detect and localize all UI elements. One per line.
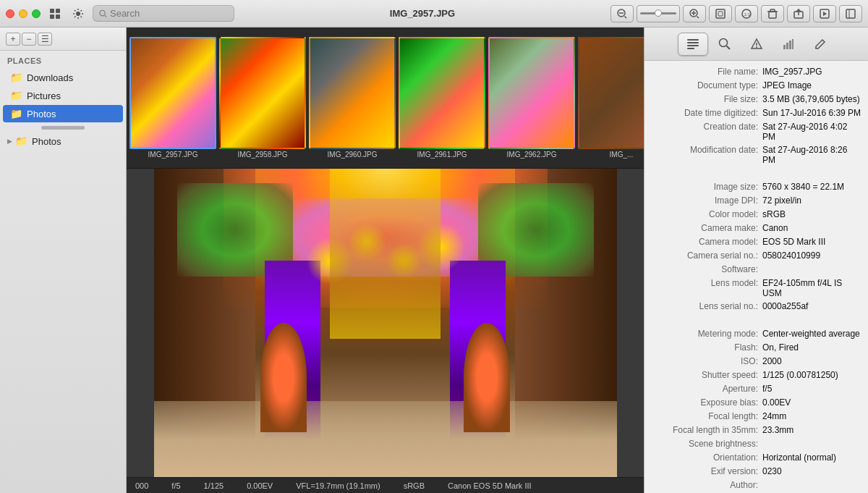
info-row-26: Orientation:Horizontal (normal) [644, 451, 868, 465]
svg-rect-25 [846, 9, 855, 18]
info-row-9: Color model:sRGB [644, 208, 868, 222]
histogram-button[interactable] [773, 33, 804, 56]
info-label-17: Metering mode: [650, 329, 762, 340]
adjust-view-button[interactable] [741, 33, 772, 56]
search-input[interactable] [110, 8, 228, 19]
svg-rect-15 [718, 12, 723, 16]
maximize-button[interactable] [32, 9, 41, 18]
info-label-16 [650, 315, 762, 326]
thumbnail-3[interactable]: IMG_2961.JPG [399, 37, 485, 159]
info-label-15: Lens serial no.: [650, 301, 762, 312]
titlebar: IMG_2957.JPG 1:1 [0, 0, 868, 28]
svg-rect-0 [50, 9, 54, 13]
folder-downloads-icon: 📁 [10, 72, 22, 83]
info-row-12: Camera serial no.:058024010999 [644, 249, 868, 263]
zoom-in-button[interactable] [683, 5, 706, 22]
thumbnail-0[interactable]: IMG_2957.JPG [129, 37, 216, 159]
info-value-3: Sun 17-Jul-2016 6:39 PM [762, 108, 862, 119]
svg-line-32 [726, 46, 730, 49]
svg-point-31 [719, 38, 727, 46]
status-vfl: VFL=19.7mm (19.1mm) [296, 481, 380, 490]
info-label-24: Focal length in 35mm: [650, 425, 762, 436]
info-value-24: 23.3mm [762, 425, 862, 436]
sidebar: + − ☰ Places 📁 Downloads 📁 Pictures 📁 Ph… [0, 28, 127, 493]
folder-pictures-icon: 📁 [10, 90, 22, 101]
svg-rect-27 [687, 39, 699, 41]
info-row-23: Focal length:24mm [644, 410, 868, 424]
info-row-13: Software: [644, 263, 868, 277]
svg-point-35 [756, 46, 757, 48]
info-value-4: Sat 27-Aug-2016 4:02 PM [762, 122, 862, 142]
minimize-button[interactable] [19, 9, 27, 18]
info-value-5: Sat 27-Aug-2016 8:26 PM [762, 145, 862, 165]
titlebar-actions: 1:1 [610, 5, 862, 22]
settings-icon[interactable] [69, 5, 87, 22]
search-bar[interactable] [93, 5, 234, 22]
actual-size-button[interactable]: 1:1 [735, 5, 758, 22]
play-button[interactable] [813, 5, 836, 22]
search-view-button[interactable] [710, 33, 740, 56]
info-label-6 [650, 168, 762, 179]
svg-rect-29 [687, 45, 699, 46]
remove-place-button[interactable]: − [22, 33, 36, 46]
info-row-14: Lens model:EF24-105mm f/4L IS USM [644, 277, 868, 300]
zoom-out-button[interactable] [610, 5, 634, 22]
thumbnail-label-4: IMG_2962.JPG [507, 151, 557, 159]
info-label-12: Camera serial no.: [650, 250, 762, 261]
info-value-21: f/5 [762, 384, 862, 395]
sidebar-group-label-photos: Photos [32, 136, 61, 147]
folder-photos-icon: 📁 [10, 108, 22, 119]
info-value-22: 0.00EV [762, 397, 862, 408]
info-row-11: Camera model:EOS 5D Mark III [644, 235, 868, 249]
share-button[interactable] [787, 5, 810, 22]
info-label-1: Document type: [650, 80, 762, 91]
add-place-button[interactable]: + [6, 33, 20, 46]
info-value-9: sRGB [762, 209, 862, 220]
info-value-20: 1/125 (0.00781250) [762, 370, 862, 381]
main-content: + − ☰ Places 📁 Downloads 📁 Pictures 📁 Ph… [0, 28, 868, 493]
sidebar-item-pictures[interactable]: 📁 Pictures [3, 87, 123, 104]
svg-rect-3 [56, 14, 60, 19]
info-value-2: 3.5 MB (36,79,605 bytes) [762, 94, 862, 105]
info-value-8: 72 pixel/in [762, 195, 862, 206]
close-button[interactable] [6, 9, 14, 18]
info-row-22: Exposure bias:0.00EV [644, 396, 868, 410]
info-label-5: Modification date: [650, 145, 762, 165]
chevron-icon: ▶ [7, 138, 12, 145]
fit-button[interactable] [709, 5, 732, 22]
grid-icon[interactable] [46, 5, 64, 22]
thumbnail-5[interactable]: IMG_... [578, 37, 644, 159]
thumbnail-2[interactable]: IMG_2960.JPG [309, 37, 396, 159]
svg-line-6 [105, 15, 106, 17]
info-row-15: Lens serial no.:0000a255af [644, 300, 868, 313]
svg-rect-30 [687, 48, 694, 49]
zoom-slider[interactable] [637, 5, 680, 22]
thumbnail-1[interactable]: IMG_2958.JPG [219, 37, 306, 159]
info-row-19: ISO:2000 [644, 355, 868, 368]
thumbnail-4[interactable]: IMG_2962.JPG [488, 37, 575, 159]
info-row-6 [644, 167, 868, 180]
trash-button[interactable] [761, 5, 784, 22]
info-value-25 [762, 439, 862, 450]
sidebar-toggle-button[interactable] [839, 5, 862, 22]
info-value-17: Center-weighted average [762, 329, 862, 340]
info-label-18: Flash: [650, 342, 762, 353]
info-value-18: On, Fired [762, 342, 862, 353]
svg-line-9 [625, 16, 627, 18]
center-panel: IMG_2957.JPG IMG_2958.JPG IMG_2960.JPG I… [127, 28, 644, 493]
edit-button[interactable] [805, 33, 835, 56]
info-value-1: JPEG Image [762, 80, 862, 91]
sidebar-item-photos[interactable]: 📁 Photos [3, 105, 123, 122]
info-row-20: Shutter speed:1/125 (0.00781250) [644, 368, 868, 382]
info-value-7: 5760 x 3840 = 22.1M [762, 182, 862, 193]
info-row-0: File name:IMG_2957.JPG [644, 65, 868, 79]
status-aperture: 000 [135, 481, 148, 490]
svg-rect-28 [687, 42, 699, 43]
info-label-8: Image DPI: [650, 195, 762, 206]
list-options-button[interactable]: ☰ [38, 33, 52, 46]
info-row-4: Creation date:Sat 27-Aug-2016 4:02 PM [644, 120, 868, 143]
info-view-button[interactable] [678, 33, 708, 56]
info-value-12: 058024010999 [762, 250, 862, 261]
sidebar-item-group-photos[interactable]: ▶ 📁 Photos [0, 132, 126, 150]
sidebar-item-downloads[interactable]: 📁 Downloads [3, 69, 123, 86]
